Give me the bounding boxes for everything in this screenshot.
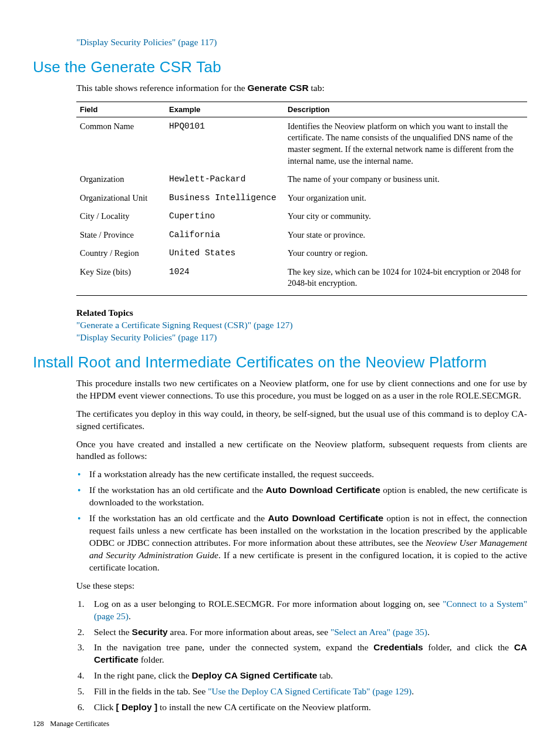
text: tab: xyxy=(309,83,325,93)
list-item: If a workstation already has the new cer… xyxy=(89,468,527,481)
list-item: If the workstation has an old certficate… xyxy=(89,512,527,574)
th-description: Description xyxy=(284,102,527,117)
text: If the workstation has an old certificat… xyxy=(89,485,266,495)
table-row: Country / Region United States Your coun… xyxy=(76,244,527,263)
cell-field: Country / Region xyxy=(76,244,166,263)
use-steps-intro: Use these steps: xyxy=(76,580,527,592)
paragraph: Once you have created and installed a ne… xyxy=(76,438,527,463)
link-display-security-policies-2[interactable]: "Display Security Policies" (page 117) xyxy=(76,332,217,342)
step-item: In the right pane, click the Deploy CA S… xyxy=(94,670,527,682)
cell-description: The name of your company or business uni… xyxy=(284,170,527,189)
text: . xyxy=(411,686,414,696)
cell-example: Hewlett-Packard xyxy=(166,170,284,189)
link-generate-csr[interactable]: "Generate a Certificate Signing Request … xyxy=(76,320,293,330)
cell-description: Your organization unit. xyxy=(284,189,527,208)
intro-paragraph-1: This table shows reference information f… xyxy=(76,82,527,94)
bold-credentials: Credentials xyxy=(373,642,423,652)
text: area. For more information about areas, … xyxy=(168,627,330,637)
bold-auto-download-1: Auto Download Certificate xyxy=(266,485,380,495)
cell-example: HPQ0101 xyxy=(166,117,284,170)
table-row: City / Locality Cupertino Your city or c… xyxy=(76,207,527,226)
page-container: "Display Security Policies" (page 117) U… xyxy=(0,0,560,746)
bold-auto-download-2: Auto Download Certificate xyxy=(268,513,383,523)
th-example: Example xyxy=(166,102,284,117)
page-number: 128 xyxy=(33,720,48,728)
steps-list: Log on as a user belonging to ROLE.SECMG… xyxy=(76,598,527,714)
text: In the right pane, click the xyxy=(94,670,192,680)
cell-example: Business Intelligence xyxy=(166,189,284,208)
cell-field: City / Locality xyxy=(76,207,166,226)
cell-example: California xyxy=(166,226,284,245)
cell-description: Your city or community. xyxy=(284,207,527,226)
text: This table shows reference information f… xyxy=(76,83,247,93)
text: Select the xyxy=(94,627,132,637)
step-item: Fill in the fields in the tab. See "Use … xyxy=(94,686,527,698)
generate-csr-table: Field Example Description Common Name HP… xyxy=(76,102,527,296)
th-field: Field xyxy=(76,102,166,117)
cell-field: Key Size (bits) xyxy=(76,263,166,296)
text: folder, and click the xyxy=(423,642,514,652)
bold-generate-csr: Generate CSR xyxy=(247,83,308,93)
cell-example: 1024 xyxy=(166,263,284,296)
cell-description: Your state or province. xyxy=(284,226,527,245)
bold-deploy-button-label: [ Deploy ] xyxy=(116,702,157,712)
table-row: Organizational Unit Business Intelligenc… xyxy=(76,189,527,208)
text: If the workstation has an old certficate… xyxy=(89,513,268,523)
cell-example: United States xyxy=(166,244,284,263)
table-header-row: Field Example Description xyxy=(76,102,527,117)
table-row: State / Province California Your state o… xyxy=(76,226,527,245)
cell-field: Organization xyxy=(76,170,166,189)
text: Click xyxy=(94,702,116,712)
text: Fill in the fields in the tab. See xyxy=(94,686,208,696)
paragraph: The certificates you deploy in this way … xyxy=(76,408,527,433)
bold-security: Security xyxy=(132,627,168,637)
text: Log on as a user belonging to ROLE.SECMG… xyxy=(94,599,443,609)
text: . xyxy=(129,611,131,621)
heading-install-root-intermediate: Install Root and Intermediate Certificat… xyxy=(33,353,527,372)
related-topics-heading-1: Related Topics xyxy=(76,308,527,318)
bullet-list: If a workstation already has the new cer… xyxy=(76,468,527,573)
text: In the navigation tree pane, under the c… xyxy=(94,642,373,652)
text: to install the new CA certificate on the… xyxy=(157,702,371,712)
text: tab. xyxy=(317,670,333,680)
table-row: Key Size (bits) 1024 The key size, which… xyxy=(76,263,527,296)
text: . xyxy=(427,627,430,637)
page-footer: 128 Manage Certificates xyxy=(33,720,109,728)
bold-deploy-tab: Deploy CA Signed Certificate xyxy=(192,670,318,680)
link-use-deploy-tab[interactable]: "Use the Deploy CA Signed Certificate Ta… xyxy=(208,686,411,696)
footer-section: Manage Certificates xyxy=(50,720,109,728)
cell-description: Identifies the Neoview platform on which… xyxy=(284,117,527,170)
cell-description: The key size, which can be 1024 for 1024… xyxy=(284,263,527,296)
step-item: In the navigation tree pane, under the c… xyxy=(94,642,527,666)
step-item: Log on as a user belonging to ROLE.SECMG… xyxy=(94,598,527,623)
cell-field: State / Province xyxy=(76,226,166,245)
table-row: Common Name HPQ0101 Identifies the Neovi… xyxy=(76,117,527,170)
step-item: Select the Security area. For more infor… xyxy=(94,626,527,639)
cell-example: Cupertino xyxy=(166,207,284,226)
step-item: Click [ Deploy ] to install the new CA c… xyxy=(94,701,527,714)
link-select-an-area[interactable]: "Select an Area" (page 35) xyxy=(330,627,427,637)
cell-description: Your country or region. xyxy=(284,244,527,263)
cell-field: Common Name xyxy=(76,117,166,170)
paragraph: This procedure installs two new certific… xyxy=(76,377,527,402)
cell-field: Organizational Unit xyxy=(76,189,166,208)
link-display-security-policies-top[interactable]: "Display Security Policies" (page 117) xyxy=(76,37,217,47)
heading-use-generate-csr-tab: Use the Generate CSR Tab xyxy=(33,58,527,76)
list-item: If the workstation has an old certificat… xyxy=(89,484,527,509)
table-row: Organization Hewlett-Packard The name of… xyxy=(76,170,527,189)
text: If a workstation already has the new cer… xyxy=(89,469,374,479)
text: folder. xyxy=(139,654,164,664)
